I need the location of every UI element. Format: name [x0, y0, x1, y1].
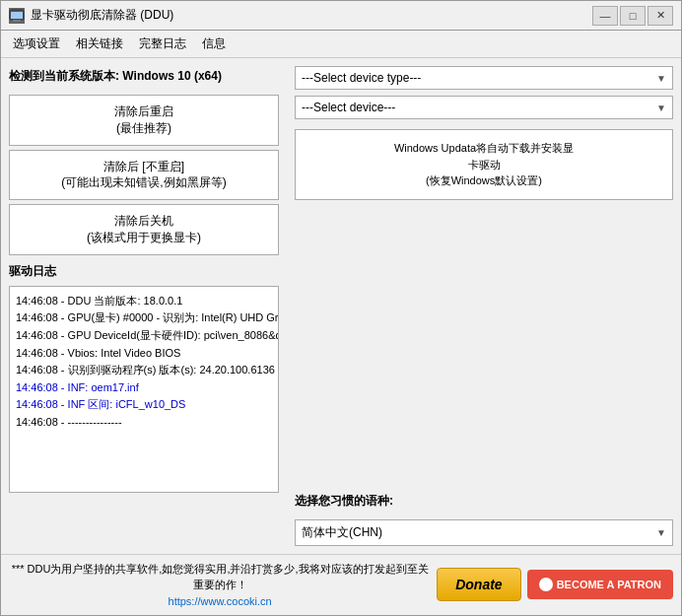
right-panel: ---Select device type--- ▼ ---Select dev… — [287, 58, 681, 554]
close-button[interactable]: ✕ — [648, 6, 673, 26]
log-line-7: 14:46:08 - INF 区间: iCFL_w10_DS — [16, 396, 272, 414]
left-panel: 检测到当前系统版本: Windows 10 (x64) 清除后重启 (最佳推荐)… — [1, 58, 287, 554]
title-bar: 显卡驱动彻底清除器 (DDU) — □ ✕ — [0, 0, 682, 30]
language-label: 选择您习惯的语种: — [295, 493, 673, 510]
menu-options[interactable]: 选项设置 — [5, 33, 68, 55]
clean-shutdown-button[interactable]: 清除后关机 (该模式用于更换显卡) — [9, 204, 279, 255]
spacer — [295, 206, 673, 487]
clean-no-restart-button[interactable]: 清除后 [不重启] (可能出现未知错误,例如黑屏等) — [9, 150, 279, 201]
patron-icon — [539, 578, 553, 591]
log-line-3: 14:46:08 - GPU DeviceId(显卡硬件ID): pci\ven… — [16, 327, 272, 345]
clean-restart-button[interactable]: 清除后重启 (最佳推荐) — [9, 95, 279, 146]
system-info: 检测到当前系统版本: Windows 10 (x64) — [9, 66, 279, 91]
chevron-down-icon: ▼ — [656, 73, 666, 84]
log-line-8: 14:46:08 - --------------- — [16, 414, 272, 432]
log-line-6: 14:46:08 - INF: oem17.inf — [16, 379, 272, 397]
windows-update-button[interactable]: Windows Updata将自动下载并安装显 卡驱动 (恢复Windows默认… — [295, 129, 673, 200]
minimize-button[interactable]: — — [592, 6, 618, 26]
log-line-5: 14:46:08 - 识别到驱动程序(s) 版本(s): 24.20.100.6… — [16, 362, 272, 379]
menu-fulllog[interactable]: 完整日志 — [131, 33, 194, 55]
device-select[interactable]: ---Select device--- ▼ — [295, 96, 673, 119]
window-controls: — □ ✕ — [592, 6, 673, 26]
chevron-down-icon-2: ▼ — [656, 103, 666, 113]
main-window: 选项设置 相关链接 完整日志 信息 检测到当前系统版本: Windows 10 … — [0, 30, 682, 616]
bottom-text: *** DDU为用户坚持的共享软件,如您觉得实用,并沿打赏多少,我将对应该的打发… — [9, 561, 431, 610]
menu-links[interactable]: 相关链接 — [68, 33, 131, 55]
language-select[interactable]: 简体中文(CHN) ▼ — [295, 519, 673, 546]
donate-button[interactable]: Donate — [437, 568, 520, 601]
bottom-bar: *** DDU为用户坚持的共享软件,如您觉得实用,并沿打赏多少,我将对应该的打发… — [1, 554, 681, 616]
menu-info[interactable]: 信息 — [194, 33, 234, 55]
svg-rect-2 — [11, 12, 23, 19]
log-line-1: 14:46:08 - DDU 当前版本: 18.0.0.1 — [16, 293, 272, 310]
log-line-2: 14:46:08 - GPU(显卡) #0000 - 识别为: Intel(R)… — [16, 309, 272, 327]
content-area: 检测到当前系统版本: Windows 10 (x64) 清除后重启 (最佳推荐)… — [1, 58, 681, 554]
log-line-4: 14:46:08 - Vbios: Intel Video BIOS — [16, 345, 272, 363]
app-icon — [9, 8, 25, 24]
become-patron-button[interactable]: BECOME A PATRON — [527, 570, 673, 599]
chevron-down-icon-3: ▼ — [656, 527, 666, 538]
log-section-title: 驱动日志 — [9, 259, 279, 282]
menu-bar: 选项设置 相关链接 完整日志 信息 — [1, 31, 681, 58]
maximize-button[interactable]: □ — [620, 6, 646, 26]
svg-rect-1 — [13, 20, 21, 22]
window-title: 显卡驱动彻底清除器 (DDU) — [31, 7, 592, 24]
device-type-select[interactable]: ---Select device type--- ▼ — [295, 66, 673, 90]
log-area[interactable]: 14:46:08 - DDU 当前版本: 18.0.0.1 14:46:08 -… — [9, 286, 279, 493]
